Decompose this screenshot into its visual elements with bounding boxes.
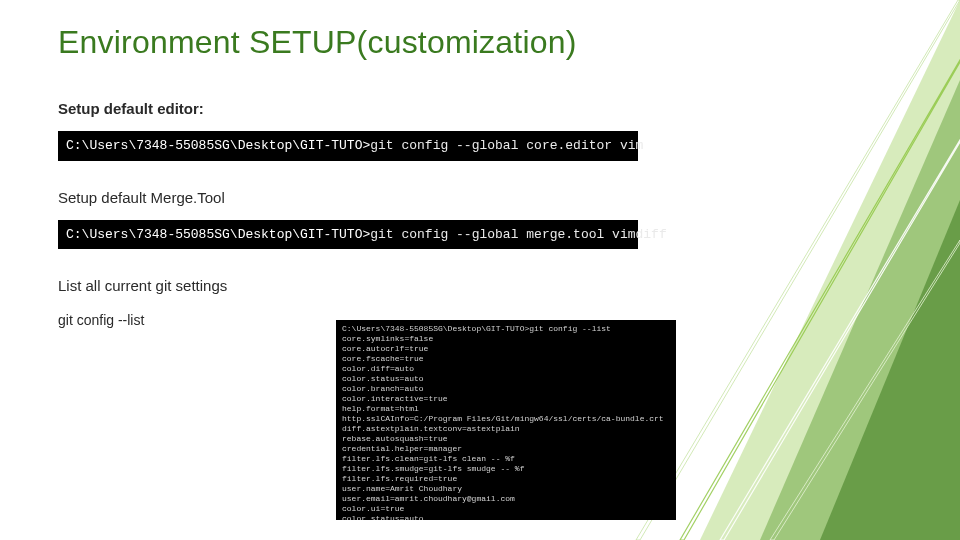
terminal-command: git config --global merge.tool vimdiff [370,227,666,242]
slide: Environment SETUP(customization) Setup d… [0,0,960,540]
heading-merge-tool: Setup default Merge.Tool [58,189,698,206]
slide-title: Environment SETUP(customization) [58,24,577,61]
svg-marker-6 [770,240,960,540]
terminal-command: git config --global core.editor vim [370,138,643,153]
terminal-config-list-output: C:\Users\7348-55085SG\Desktop\GIT-TUTO>g… [336,320,676,520]
slide-content: Setup default editor: C:\Users\7348-5508… [58,100,698,328]
terminal-mergetool: C:\Users\7348-55085SG\Desktop\GIT-TUTO>g… [58,220,638,250]
terminal-editor: C:\Users\7348-55085SG\Desktop\GIT-TUTO>g… [58,131,638,161]
svg-marker-1 [760,80,960,540]
svg-marker-3 [680,60,960,540]
heading-list-settings: List all current git settings [58,277,698,294]
svg-marker-2 [820,200,960,540]
svg-marker-0 [700,0,960,540]
svg-marker-4 [720,140,960,540]
terminal-prompt: C:\Users\7348-55085SG\Desktop\GIT-TUTO> [66,227,370,242]
terminal-prompt: C:\Users\7348-55085SG\Desktop\GIT-TUTO> [66,138,370,153]
heading-default-editor: Setup default editor: [58,100,698,117]
